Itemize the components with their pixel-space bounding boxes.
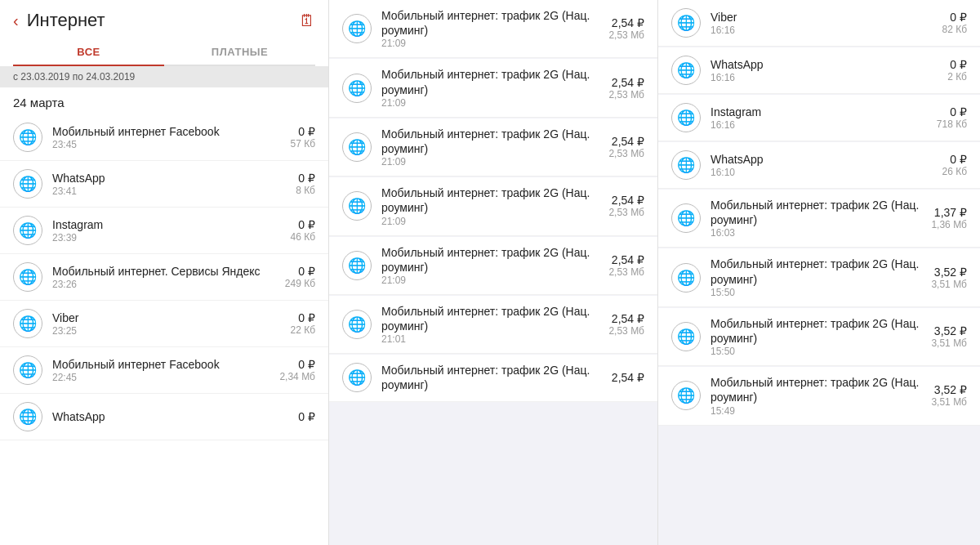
item-name: Мобильный интернет: трафик 2G (Нац. роум… bbox=[710, 316, 931, 346]
list-item[interactable]: 🌐 WhatsApp 0 ₽ bbox=[0, 394, 328, 440]
globe-icon: 🌐 bbox=[13, 309, 42, 338]
item-price: 0 ₽ bbox=[290, 125, 315, 138]
item-name: Viber bbox=[710, 10, 942, 25]
list-item[interactable]: 🌐 Мобильный интернет: трафик 2G (Нац. ро… bbox=[329, 296, 657, 354]
item-time: 16:10 bbox=[710, 167, 942, 178]
item-price: 0 ₽ bbox=[937, 105, 967, 118]
item-size: 2,53 Мб bbox=[608, 29, 644, 41]
item-price: 0 ₽ bbox=[290, 311, 315, 324]
item-price: 0 ₽ bbox=[947, 58, 967, 71]
globe-icon: 🌐 bbox=[342, 251, 372, 280]
item-time: 23:41 bbox=[52, 185, 296, 197]
item-price: 0 ₽ bbox=[942, 153, 967, 166]
item-name: Мобильный интернет: трафик 2G (Нац. роум… bbox=[381, 8, 608, 38]
header: ‹ Интернет 🗓 ВСЕ ПЛАТНЫЕ bbox=[0, 0, 328, 66]
item-size: 82 Кб bbox=[942, 24, 967, 35]
list-item[interactable]: 🌐 Мобильный интернет: трафик 2G (Нац. ро… bbox=[329, 0, 657, 58]
globe-icon: 🌐 bbox=[671, 150, 701, 180]
item-time: 15:50 bbox=[710, 287, 931, 298]
item-time: 15:50 bbox=[710, 346, 931, 357]
item-price: 2,54 ₽ bbox=[608, 312, 644, 325]
list-item[interactable]: 🌐 Мобильный интернет: трафик 2G (Нац. ро… bbox=[329, 355, 657, 401]
item-name: Мобильный интернет: трафик 2G (Нац. роум… bbox=[381, 363, 612, 392]
item-size: 2,53 Мб bbox=[608, 325, 644, 337]
list-item[interactable]: 🌐 Viber 23:25 0 ₽ 22 Кб bbox=[0, 301, 328, 347]
back-button[interactable]: ‹ bbox=[13, 11, 19, 30]
tabs: ВСЕ ПЛАТНЫЕ bbox=[13, 39, 315, 66]
item-name: WhatsApp bbox=[52, 171, 296, 185]
globe-icon: 🌐 bbox=[13, 216, 42, 245]
item-time: 16:03 bbox=[710, 227, 931, 239]
item-price: 3,52 ₽ bbox=[931, 383, 967, 396]
globe-icon: 🌐 bbox=[671, 8, 701, 38]
item-price: 0 ₽ bbox=[290, 218, 315, 231]
left-items-list: 🌐 Мобильный интернет Facebook 23:45 0 ₽ … bbox=[0, 114, 328, 545]
item-time: 21:09 bbox=[381, 156, 608, 168]
globe-icon: 🌐 bbox=[671, 203, 701, 233]
item-name: Viber bbox=[52, 310, 290, 325]
item-price: 0 ₽ bbox=[942, 11, 967, 24]
list-item[interactable]: 🌐 Viber 16:16 0 ₽ 82 Кб bbox=[658, 0, 980, 47]
item-price: 3,52 ₽ bbox=[931, 266, 967, 279]
item-price: 1,37 ₽ bbox=[931, 206, 967, 219]
item-time: 15:49 bbox=[710, 405, 931, 417]
globe-icon: 🌐 bbox=[13, 402, 42, 431]
item-time: 16:16 bbox=[710, 72, 947, 83]
mid-panel: 🌐 Мобильный интернет: трафик 2G (Нац. ро… bbox=[329, 0, 658, 545]
item-time: 23:25 bbox=[52, 325, 290, 337]
globe-icon: 🌐 bbox=[13, 123, 42, 152]
item-price: 2,54 ₽ bbox=[608, 76, 644, 89]
item-price: 3,52 ₽ bbox=[931, 324, 967, 337]
globe-icon: 🌐 bbox=[342, 191, 372, 221]
globe-icon: 🌐 bbox=[671, 381, 701, 410]
calendar-icon[interactable]: 🗓 bbox=[299, 11, 315, 30]
item-time: 21:09 bbox=[381, 38, 608, 49]
item-size: 2,53 Мб bbox=[608, 89, 644, 101]
item-size: 2,53 Мб bbox=[608, 266, 644, 278]
item-size: 3,51 Мб bbox=[931, 337, 967, 349]
tab-all[interactable]: ВСЕ bbox=[13, 39, 164, 66]
item-price: 2,54 ₽ bbox=[612, 371, 644, 384]
list-item[interactable]: 🌐 Мобильный интернет. Сервисы Яндекс 23:… bbox=[0, 254, 328, 301]
item-name: Мобильный интернет Facebook bbox=[52, 124, 290, 139]
item-time: 21:09 bbox=[381, 216, 608, 227]
list-item[interactable]: 🌐 Мобильный интернет Facebook 23:45 0 ₽ … bbox=[0, 114, 328, 161]
list-item[interactable]: 🌐 Мобильный интернет: трафик 2G (Нац. ро… bbox=[329, 237, 657, 295]
list-item[interactable]: 🌐 Instagram 23:39 0 ₽ 46 Кб bbox=[0, 208, 328, 254]
item-name: Мобильный интернет: трафик 2G (Нац. роум… bbox=[710, 198, 931, 227]
item-name: Instagram bbox=[52, 217, 290, 232]
list-item[interactable]: 🌐 Мобильный интернет: трафик 2G (Нац. ро… bbox=[658, 367, 980, 425]
globe-icon: 🌐 bbox=[342, 14, 372, 43]
list-item[interactable]: 🌐 Мобильный интернет: трафик 2G (Нац. ро… bbox=[658, 190, 980, 248]
list-item[interactable]: 🌐 Мобильный интернет: трафик 2G (Нац. ро… bbox=[658, 248, 980, 306]
tab-paid[interactable]: ПЛАТНЫЕ bbox=[164, 39, 315, 65]
item-price: 2,54 ₽ bbox=[608, 194, 644, 207]
item-size: 2,53 Мб bbox=[608, 207, 644, 218]
globe-icon: 🌐 bbox=[671, 263, 701, 293]
globe-icon: 🌐 bbox=[671, 103, 701, 132]
list-item[interactable]: 🌐 WhatsApp 16:16 0 ₽ 2 Кб bbox=[658, 47, 980, 94]
item-name: WhatsApp bbox=[710, 152, 942, 167]
list-item[interactable]: 🌐 Мобильный интернет: трафик 2G (Нац. ро… bbox=[329, 118, 657, 176]
item-name: Мобильный интернет Facebook bbox=[52, 357, 279, 372]
item-name: Мобильный интернет: трафик 2G (Нац. роум… bbox=[381, 127, 608, 156]
item-size: 46 Кб bbox=[290, 231, 315, 243]
item-time: 23:26 bbox=[52, 279, 285, 290]
list-item[interactable]: 🌐 WhatsApp 16:10 0 ₽ 26 Кб bbox=[658, 142, 980, 189]
item-size: 3,51 Мб bbox=[931, 279, 967, 290]
item-size: 2,53 Мб bbox=[608, 148, 644, 159]
item-size: 3,51 Мб bbox=[931, 396, 967, 408]
globe-icon: 🌐 bbox=[671, 322, 701, 351]
item-name: Мобильный интернет. Сервисы Яндекс bbox=[52, 264, 285, 279]
list-item[interactable]: 🌐 Мобильный интернет: трафик 2G (Нац. ро… bbox=[658, 308, 980, 366]
list-item[interactable]: 🌐 Мобильный интернет: трафик 2G (Нац. ро… bbox=[329, 177, 657, 235]
item-time: 22:45 bbox=[52, 372, 279, 383]
globe-icon: 🌐 bbox=[13, 262, 42, 292]
item-size: 57 Кб bbox=[290, 138, 315, 150]
list-item[interactable]: 🌐 WhatsApp 23:41 0 ₽ 8 Кб bbox=[0, 161, 328, 208]
list-item[interactable]: 🌐 Instagram 16:16 0 ₽ 718 Кб bbox=[658, 95, 980, 141]
globe-icon: 🌐 bbox=[342, 363, 372, 392]
list-item[interactable]: 🌐 Мобильный интернет: трафик 2G (Нац. ро… bbox=[329, 59, 657, 117]
list-item[interactable]: 🌐 Мобильный интернет Facebook 22:45 0 ₽ … bbox=[0, 347, 328, 394]
item-size: 249 Кб bbox=[285, 278, 315, 289]
